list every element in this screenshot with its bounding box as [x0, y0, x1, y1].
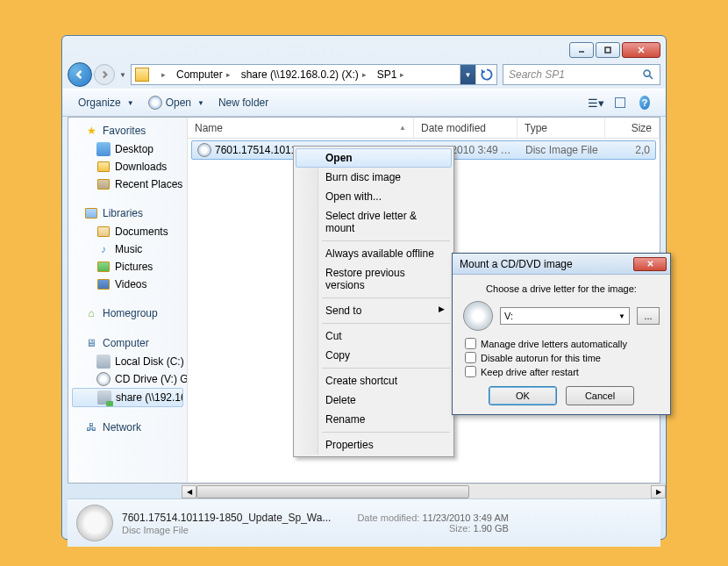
details-pane: 7601.17514.101119-1850_Update_Sp_Wa... D…: [68, 498, 660, 547]
sidebar-cd-drive[interactable]: CD Drive (V:) GRMSP: [68, 370, 187, 388]
file-type: Disc Image File: [520, 144, 608, 156]
cm-cut[interactable]: Cut: [296, 326, 452, 346]
music-icon: ♪: [96, 242, 111, 256]
open-button[interactable]: Open▼: [141, 92, 211, 113]
disc-icon: [463, 301, 493, 331]
details-filetype: Disc Image File: [122, 525, 331, 535]
forward-button[interactable]: [94, 64, 115, 85]
auto-manage-checkbox[interactable]: Manage drive letters automatically: [463, 338, 660, 349]
column-name[interactable]: Name▲: [188, 118, 414, 138]
sidebar-homegroup[interactable]: ⌂Homegroup: [68, 304, 187, 323]
column-date[interactable]: Date modified: [414, 118, 517, 138]
toolbar: Organize▼ Open▼ New folder ☰▾ ?: [62, 89, 666, 117]
chevron-right-icon: ▶: [439, 304, 445, 313]
cm-offline[interactable]: Always available offline: [296, 244, 452, 263]
disable-autorun-checkbox[interactable]: Disable autorun for this time: [463, 352, 660, 363]
cd-icon: [96, 372, 111, 386]
sidebar-pictures[interactable]: Pictures: [68, 258, 187, 276]
star-icon: ★: [84, 124, 98, 138]
cm-open-with[interactable]: Open with...: [296, 187, 452, 206]
cm-delete[interactable]: Delete: [296, 390, 452, 410]
documents-icon: [96, 225, 111, 239]
svg-point-2: [644, 70, 650, 76]
cm-select-drive[interactable]: Select drive letter & mount: [296, 206, 452, 238]
sidebar-network[interactable]: 🖧Network: [68, 418, 187, 437]
ok-button[interactable]: OK: [489, 386, 557, 405]
cancel-button[interactable]: Cancel: [566, 386, 634, 405]
new-folder-button[interactable]: New folder: [211, 93, 275, 112]
column-type[interactable]: Type: [517, 118, 605, 138]
help-button[interactable]: ?: [632, 92, 657, 113]
scroll-thumb[interactable]: [196, 485, 469, 498]
file-size: 2,0: [608, 144, 655, 156]
folder-icon: [135, 68, 149, 82]
sidebar-documents[interactable]: Documents: [68, 223, 187, 240]
computer-icon: 🖥: [84, 336, 98, 350]
sidebar-videos[interactable]: Videos: [68, 276, 187, 293]
minimize-button[interactable]: [569, 42, 594, 58]
sidebar-computer[interactable]: 🖥Computer: [68, 333, 187, 353]
dialog-instruction: Choose a drive letter for the image:: [463, 283, 660, 294]
address-dropdown[interactable]: ▼: [460, 65, 475, 84]
keep-drive-checkbox[interactable]: Keep drive after restart: [463, 366, 660, 377]
dialog-close-button[interactable]: [633, 257, 667, 271]
details-date-label: Date modified:: [357, 512, 419, 523]
column-size[interactable]: Size: [605, 118, 660, 138]
iso-icon: [197, 143, 211, 157]
pictures-icon: [96, 260, 111, 274]
details-date-value: 11/23/2010 3:49 AM: [422, 512, 508, 523]
breadcrumb-computer[interactable]: ▸: [153, 65, 171, 84]
sidebar-favorites[interactable]: ★Favorites: [68, 121, 187, 140]
cm-open[interactable]: Open: [296, 148, 452, 168]
navigation-pane: ★Favorites Desktop Downloads Recent Plac…: [68, 118, 188, 483]
context-menu: Open Burn disc image Open with... Select…: [293, 146, 454, 457]
homegroup-icon: ⌂: [84, 306, 98, 320]
scroll-track[interactable]: [196, 485, 651, 498]
organize-button[interactable]: Organize▼: [71, 93, 141, 112]
sidebar-desktop[interactable]: Desktop: [68, 140, 187, 158]
search-input[interactable]: Search SP1: [503, 64, 660, 85]
dialog-title-bar[interactable]: Mount a CD/DVD image: [453, 254, 670, 275]
preview-pane-button[interactable]: [608, 94, 632, 111]
scroll-left-button[interactable]: ◀: [182, 485, 196, 498]
breadcrumb-share[interactable]: share (\\192.168.0.2) (X:)▸: [236, 65, 372, 84]
browse-button[interactable]: ...: [637, 307, 660, 325]
breadcrumb-sp1[interactable]: SP1▸: [372, 65, 410, 84]
dialog-title: Mount a CD/DVD image: [460, 258, 573, 270]
scroll-right-button[interactable]: ▶: [651, 485, 666, 498]
cm-send-to[interactable]: Send to▶: [296, 301, 452, 320]
drive-icon: [96, 355, 111, 369]
desktop-icon: [96, 142, 111, 156]
search-placeholder: Search SP1: [509, 68, 565, 81]
sidebar-music[interactable]: ♪Music: [68, 240, 187, 258]
breadcrumb-computer[interactable]: Computer▸: [171, 65, 236, 84]
refresh-button[interactable]: [475, 65, 496, 84]
details-disc-icon: [76, 505, 113, 541]
recent-icon: [96, 177, 111, 191]
nav-bar: ▼ ▸ Computer▸ share (\\192.168.0.2) (X:)…: [62, 61, 666, 89]
cm-properties[interactable]: Properties: [296, 435, 452, 455]
close-button[interactable]: [622, 42, 660, 58]
sidebar-downloads[interactable]: Downloads: [68, 158, 187, 176]
view-options-button[interactable]: ☰▾: [583, 93, 608, 113]
network-icon: 🖧: [84, 420, 98, 434]
mount-dialog: Mount a CD/DVD image Choose a drive lett…: [452, 253, 671, 415]
cm-burn[interactable]: Burn disc image: [296, 168, 452, 187]
disc-icon: [148, 96, 162, 110]
horizontal-scrollbar[interactable]: ◀ ▶: [182, 484, 666, 498]
sidebar-recent[interactable]: Recent Places: [68, 176, 187, 193]
cm-rename[interactable]: Rename: [296, 410, 452, 429]
drive-letter-select[interactable]: V:▼: [500, 307, 630, 325]
cm-copy[interactable]: Copy: [296, 346, 452, 365]
cm-shortcut[interactable]: Create shortcut: [296, 371, 452, 390]
sidebar-local-disk[interactable]: Local Disk (C:): [68, 353, 187, 370]
address-bar[interactable]: ▸ Computer▸ share (\\192.168.0.2) (X:)▸ …: [131, 64, 497, 85]
sidebar-share[interactable]: share (\\192.168.0.2): [72, 388, 183, 407]
back-button[interactable]: [68, 62, 92, 87]
title-bar: [62, 36, 666, 61]
nav-history-dropdown[interactable]: ▼: [117, 66, 129, 83]
maximize-button[interactable]: [596, 42, 620, 58]
svg-line-3: [649, 75, 653, 79]
cm-restore[interactable]: Restore previous versions: [296, 263, 452, 295]
sidebar-libraries[interactable]: Libraries: [68, 204, 187, 223]
